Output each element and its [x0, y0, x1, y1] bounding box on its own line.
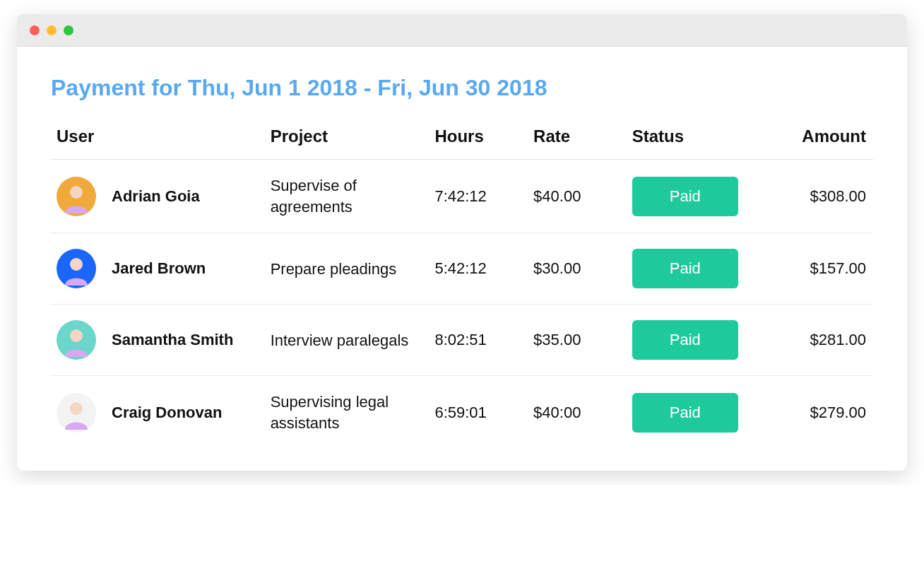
- project-name: Supervise of agreements: [271, 175, 419, 217]
- window-titlebar: [17, 14, 907, 47]
- avatar: [57, 320, 96, 360]
- column-header-status: Status: [627, 127, 758, 160]
- status-badge[interactable]: Paid: [632, 393, 738, 433]
- main-content: Payment for Thu, Jun 1 2018 - Fri, Jun 3…: [17, 47, 907, 471]
- table-header-row: User Project Hours Rate Status Amount: [51, 127, 873, 160]
- hours-value: 6:59:01: [429, 376, 528, 450]
- user-name: Adrian Goia: [112, 187, 200, 206]
- user-name: Jared Brown: [112, 259, 206, 278]
- amount-value: $281.00: [758, 305, 873, 376]
- column-header-project: Project: [265, 127, 430, 160]
- amount-value: $279.00: [758, 376, 873, 450]
- hours-value: 8:02:51: [429, 305, 528, 376]
- status-badge[interactable]: Paid: [632, 249, 738, 288]
- close-icon[interactable]: [30, 25, 40, 35]
- column-header-hours: Hours: [429, 127, 528, 160]
- project-name: Interview paralegals: [271, 330, 419, 351]
- user-cell: Jared Brown: [57, 249, 259, 288]
- table-row: Craig Donovan Supervising legal assistan…: [51, 376, 873, 450]
- svg-point-1: [70, 186, 83, 199]
- avatar: [57, 177, 96, 216]
- svg-point-3: [70, 258, 83, 271]
- column-header-user: User: [51, 127, 265, 160]
- hours-value: 7:42:12: [429, 160, 528, 233]
- rate-value: $40.00: [528, 160, 627, 233]
- status-badge[interactable]: Paid: [632, 320, 738, 360]
- user-name: Craig Donovan: [112, 404, 222, 422]
- page-title: Payment for Thu, Jun 1 2018 - Fri, Jun 3…: [51, 75, 873, 101]
- hours-value: 5:42:12: [429, 233, 528, 305]
- svg-point-5: [70, 329, 83, 342]
- table-row: Jared Brown Prepare pleadings 5:42:12 $3…: [51, 233, 873, 305]
- user-cell: Samantha Smith: [57, 320, 259, 360]
- svg-point-7: [70, 402, 83, 415]
- amount-value: $308.00: [758, 160, 873, 233]
- maximize-icon[interactable]: [64, 25, 73, 35]
- rate-value: $40:00: [528, 376, 627, 450]
- avatar: [57, 393, 96, 433]
- rate-value: $35.00: [528, 305, 627, 376]
- app-window: Payment for Thu, Jun 1 2018 - Fri, Jun 3…: [17, 14, 907, 471]
- user-name: Samantha Smith: [112, 331, 233, 349]
- column-header-rate: Rate: [528, 127, 627, 160]
- user-cell: Craig Donovan: [57, 393, 259, 433]
- amount-value: $157.00: [758, 233, 873, 305]
- status-badge[interactable]: Paid: [632, 177, 738, 216]
- minimize-icon[interactable]: [47, 25, 57, 35]
- table-row: Adrian Goia Supervise of agreements 7:42…: [51, 160, 873, 233]
- table-row: Samantha Smith Interview paralegals 8:02…: [51, 305, 873, 376]
- project-name: Supervising legal assistants: [271, 392, 419, 433]
- user-cell: Adrian Goia: [57, 177, 259, 216]
- payments-table: User Project Hours Rate Status Amount Ad…: [51, 127, 873, 450]
- avatar: [57, 249, 96, 288]
- column-header-amount: Amount: [758, 127, 873, 160]
- rate-value: $30.00: [528, 233, 627, 305]
- project-name: Prepare pleadings: [271, 259, 419, 280]
